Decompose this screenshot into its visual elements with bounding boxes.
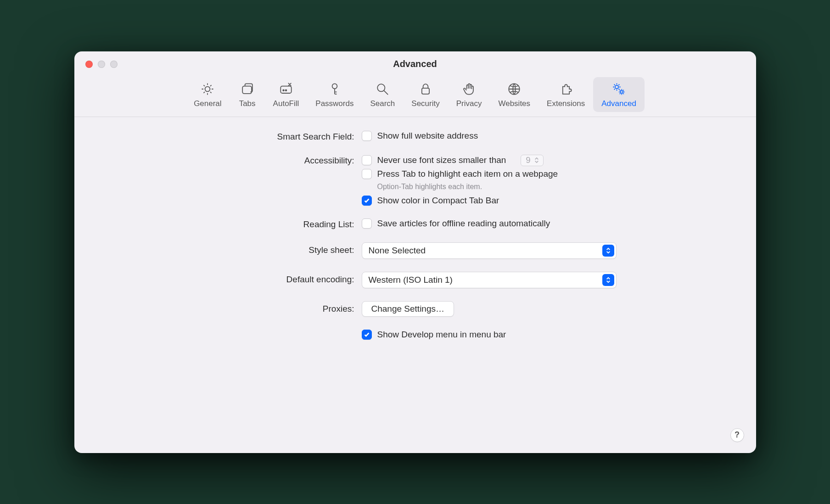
svg-point-5 <box>332 84 337 89</box>
tab-label: Search <box>370 99 395 108</box>
accessibility-label: Accessibility: <box>107 155 354 166</box>
tab-advanced[interactable]: Advanced <box>593 77 645 112</box>
style-sheet-select[interactable]: None Selected <box>362 242 617 259</box>
tab-label: Security <box>411 99 439 108</box>
svg-point-4 <box>286 90 287 91</box>
checkbox[interactable] <box>362 169 372 179</box>
tab-autofill[interactable]: AutoFill <box>265 77 308 112</box>
option-label: Never use font sizes smaller than <box>377 155 506 165</box>
tab-label: Privacy <box>456 99 482 108</box>
chevron-updown-icon <box>602 245 614 257</box>
key-icon <box>325 80 344 98</box>
tab-tabs[interactable]: Tabs <box>230 77 265 112</box>
reading-list-label: Reading List: <box>107 218 354 230</box>
window-title: Advanced <box>393 59 437 69</box>
default-encoding-label: Default encoding: <box>107 272 354 285</box>
proxies-label: Proxies: <box>107 301 354 314</box>
checkbox[interactable] <box>362 330 372 340</box>
checkbox[interactable] <box>362 196 372 206</box>
tab-label: AutoFill <box>273 99 299 108</box>
tab-label: Extensions <box>547 99 585 108</box>
svg-point-3 <box>283 90 284 91</box>
show-full-address-option[interactable]: Show full website address <box>362 131 478 141</box>
option-label: Save articles for offline reading automa… <box>377 218 550 229</box>
tab-search[interactable]: Search <box>362 77 403 112</box>
gear-icon <box>198 80 217 98</box>
lock-icon <box>416 80 435 98</box>
tab-label: General <box>194 99 221 108</box>
preferences-toolbar: General Tabs AutoFill Passwords Search <box>74 77 756 117</box>
show-develop-option[interactable]: Show Develop menu in menu bar <box>362 330 506 340</box>
close-window-button[interactable] <box>85 61 93 68</box>
content-area: Smart Search Field: Show full website ad… <box>74 117 756 352</box>
save-offline-option[interactable]: Save articles for offline reading automa… <box>362 218 550 229</box>
preferences-window: Advanced General Tabs AutoFill Passwords <box>74 51 756 453</box>
window-controls <box>85 61 118 68</box>
globe-icon <box>505 80 523 98</box>
minimize-window-button[interactable] <box>98 61 105 68</box>
tab-label: Tabs <box>239 99 256 108</box>
press-tab-hint: Option-Tab highlights each item. <box>377 183 482 191</box>
checkbox[interactable] <box>362 131 372 141</box>
tab-label: Websites <box>498 99 530 108</box>
checkbox[interactable] <box>362 218 372 229</box>
tab-label: Advanced <box>601 99 636 108</box>
tab-privacy[interactable]: Privacy <box>448 77 490 112</box>
hand-icon <box>460 80 478 98</box>
svg-point-9 <box>615 85 618 88</box>
help-button[interactable]: ? <box>730 428 744 442</box>
smart-search-label: Smart Search Field: <box>107 131 354 142</box>
tab-extensions[interactable]: Extensions <box>538 77 593 112</box>
gears-icon <box>610 80 628 98</box>
svg-point-10 <box>620 90 623 93</box>
compact-color-option[interactable]: Show color in Compact Tab Bar <box>362 196 499 206</box>
svg-rect-1 <box>242 86 252 93</box>
checkbox[interactable] <box>362 155 372 165</box>
press-tab-option[interactable]: Press Tab to highlight each item on a we… <box>362 169 558 179</box>
option-label: Show color in Compact Tab Bar <box>377 196 499 206</box>
option-label: Press Tab to highlight each item on a we… <box>377 169 558 179</box>
select-value: None Selected <box>369 246 426 256</box>
zoom-window-button[interactable] <box>110 61 118 68</box>
style-sheet-label: Style sheet: <box>107 242 354 255</box>
tabs-icon <box>238 80 257 98</box>
chevron-updown-icon <box>533 157 540 163</box>
change-settings-button[interactable]: Change Settings… <box>362 301 454 317</box>
autofill-icon <box>277 80 295 98</box>
titlebar: Advanced <box>74 51 756 77</box>
min-font-stepper[interactable]: 9 <box>521 155 544 166</box>
tab-label: Passwords <box>315 99 353 108</box>
tab-general[interactable]: General <box>185 77 230 112</box>
option-label: Show Develop menu in menu bar <box>377 330 506 340</box>
chevron-updown-icon <box>602 274 614 286</box>
tab-security[interactable]: Security <box>403 77 448 112</box>
stepper-value: 9 <box>526 156 530 165</box>
tab-websites[interactable]: Websites <box>490 77 538 112</box>
min-font-option[interactable]: Never use font sizes smaller than 9 <box>362 155 544 166</box>
option-label: Show full website address <box>377 131 478 141</box>
magnifier-icon <box>373 80 392 98</box>
svg-point-0 <box>205 86 210 91</box>
select-value: Western (ISO Latin 1) <box>369 275 453 285</box>
svg-rect-7 <box>422 88 429 94</box>
puzzle-icon <box>557 80 575 98</box>
default-encoding-select[interactable]: Western (ISO Latin 1) <box>362 272 617 288</box>
tab-passwords[interactable]: Passwords <box>307 77 362 112</box>
